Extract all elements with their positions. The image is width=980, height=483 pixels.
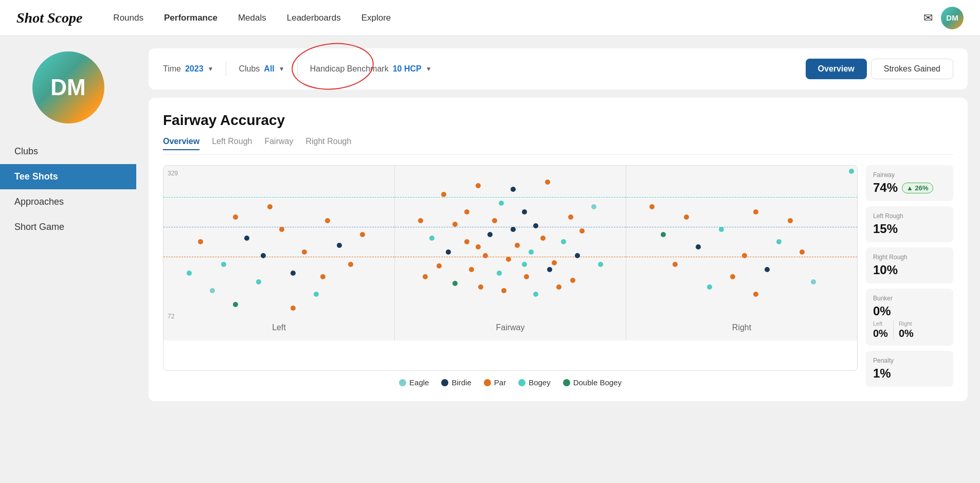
fairway-stat-badge: ▲ 26% <box>902 183 933 193</box>
tab-strokes-gained-btn[interactable]: Strokes Gained <box>871 59 953 79</box>
bunker-left-label: Left <box>873 320 888 327</box>
sidebar: DM Clubs Tee Shots Approaches Short Game <box>0 36 136 483</box>
fairway-stat-row: 74% ▲ 26% <box>873 181 946 195</box>
clubs-dropdown[interactable]: ▼ <box>279 65 285 73</box>
nav-leaderboards[interactable]: Leaderboards <box>287 11 341 25</box>
dot <box>233 214 238 220</box>
dot <box>302 249 307 255</box>
filter-bar: Time 2023 ▼ Clubs All ▼ Handicap Benchma… <box>149 48 968 90</box>
legend-eagle: Eagle <box>399 378 429 387</box>
dot <box>515 243 520 248</box>
ref-line-orange-1 <box>164 257 394 257</box>
dot <box>696 244 701 249</box>
nav-medals[interactable]: Medals <box>238 11 266 25</box>
penalty-label: Penalty <box>873 357 946 364</box>
clubs-value: All <box>264 64 274 74</box>
bogey-dot <box>518 379 525 386</box>
dot <box>522 262 527 267</box>
avatar[interactable]: DM <box>941 7 964 29</box>
dot <box>719 227 724 232</box>
sub-tab-right-rough[interactable]: Right Rough <box>305 137 351 150</box>
dot <box>529 249 534 255</box>
nav-explore[interactable]: Explore <box>361 11 391 25</box>
time-dropdown[interactable]: ▼ <box>208 65 214 73</box>
dot <box>446 249 451 255</box>
sub-tab-left-rough[interactable]: Left Rough <box>212 137 252 150</box>
dot <box>524 274 529 279</box>
ref-line-blue-1 <box>164 227 394 227</box>
double-bogey-dot <box>563 379 570 386</box>
dot <box>464 209 469 214</box>
chart-area: 329 72 <box>163 165 953 387</box>
scatter-panel-right: Right <box>626 166 857 341</box>
dot <box>476 183 481 188</box>
dot <box>360 232 365 237</box>
app-logo: Shot Scope <box>16 10 82 26</box>
dot <box>788 218 793 223</box>
scatter-container: 329 72 <box>163 165 858 387</box>
sub-tab-fairway[interactable]: Fairway <box>264 137 293 150</box>
sidebar-avatar: DM <box>32 51 104 123</box>
dot <box>511 187 516 192</box>
dot <box>556 284 561 290</box>
bunker-value: 0% <box>873 304 891 318</box>
stat-card-right-rough: Right Rough 10% <box>866 247 953 283</box>
card-title: Fairway Accuracy <box>163 112 953 129</box>
dot <box>198 239 203 244</box>
dot <box>545 180 550 185</box>
dot <box>533 223 538 228</box>
sidebar-item-tee-shots[interactable]: Tee Shots <box>0 164 136 189</box>
chart-legend: Eagle Birdie Par Bogey <box>163 378 858 387</box>
dot <box>499 201 504 206</box>
dot <box>469 267 474 272</box>
sub-tab-overview[interactable]: Overview <box>163 137 199 150</box>
scatter-panels: 329 72 <box>163 165 858 371</box>
dot <box>441 192 446 197</box>
handicap-dropdown[interactable]: ▼ <box>426 65 432 73</box>
sidebar-item-clubs[interactable]: Clubs <box>0 139 136 164</box>
panel-label-fairway: Fairway <box>496 323 524 332</box>
main-content: Time 2023 ▼ Clubs All ▼ Handicap Benchma… <box>136 36 980 483</box>
dot <box>742 253 747 258</box>
dot <box>707 284 712 290</box>
dot <box>337 243 342 248</box>
fairway-stat-value: 74% <box>873 181 898 195</box>
legend-eagle-label: Eagle <box>409 378 429 387</box>
dot <box>753 292 758 297</box>
bunker-left-group: Left 0% <box>873 320 888 339</box>
chevron-down-icon: ▼ <box>208 65 214 73</box>
legend-par: Par <box>484 378 506 387</box>
nav-performance[interactable]: Performance <box>164 11 217 25</box>
dot <box>314 292 319 297</box>
stat-card-bunker: Bunker 0% Left 0% Right <box>866 289 953 346</box>
birdie-dot <box>441 379 448 386</box>
bunker-sub-row: Left 0% Right 0% <box>873 320 946 339</box>
sidebar-item-short-game[interactable]: Short Game <box>0 214 136 240</box>
sidebar-item-approaches[interactable]: Approaches <box>0 189 136 214</box>
dot <box>423 274 428 279</box>
ref-line-teal-1 <box>164 197 394 198</box>
tab-overview-btn[interactable]: Overview <box>806 59 867 79</box>
bunker-divider <box>893 320 894 339</box>
dot <box>776 239 782 244</box>
mail-icon[interactable]: ✉ <box>923 11 933 25</box>
dot <box>244 236 249 241</box>
stat-card-left-rough: Left Rough 15% <box>866 206 953 242</box>
handicap-value: 10 HCP <box>393 64 422 74</box>
legend-par-label: Par <box>494 378 506 387</box>
dot <box>487 232 493 237</box>
dot <box>598 262 603 267</box>
dot <box>522 209 527 214</box>
clubs-label: Clubs <box>239 64 260 74</box>
dot <box>325 218 330 223</box>
chart-sub-tabs: Overview Left Rough Fairway Right Rough <box>163 137 953 155</box>
dot <box>547 267 552 272</box>
time-filter: Time 2023 ▼ <box>163 64 213 74</box>
header-right: ✉ DM <box>923 7 964 29</box>
dot <box>800 249 805 255</box>
ref-line-blue-2 <box>395 227 626 227</box>
legend-birdie: Birdie <box>441 378 471 387</box>
nav-rounds[interactable]: Rounds <box>113 11 143 25</box>
dot <box>570 278 575 283</box>
legend-bogey-label: Bogey <box>529 378 551 387</box>
